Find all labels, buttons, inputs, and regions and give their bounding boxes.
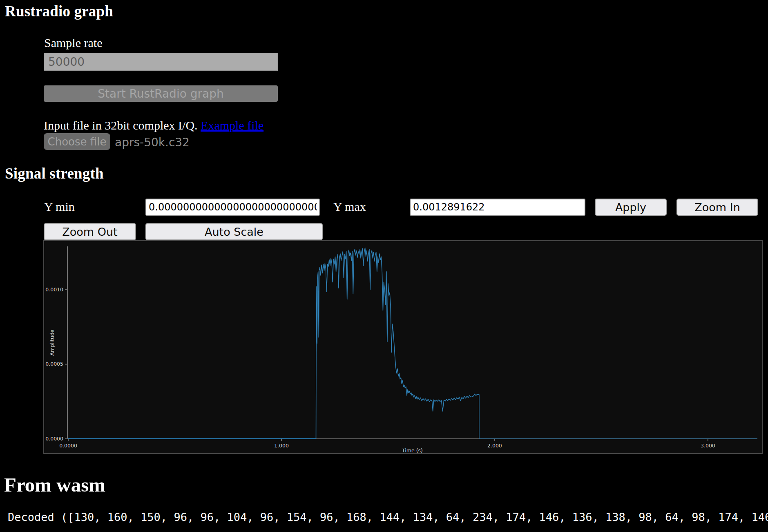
sample-rate-input[interactable] <box>44 53 278 71</box>
decoded-output: Decoded ([130, 160, 150, 96, 96, 104, 96… <box>8 511 768 523</box>
svg-text:2.000: 2.000 <box>487 443 502 449</box>
input-file-line: Input file in 32bit complex I/Q. Example… <box>44 118 263 132</box>
choose-file-button[interactable]: Choose file <box>44 133 110 150</box>
start-graph-button[interactable]: Start RustRadio graph <box>44 85 278 102</box>
y-max-label: Y max <box>333 200 366 214</box>
svg-text:0.0000: 0.0000 <box>45 436 63 442</box>
signal-chart: 0.00000.00050.00100.00001.0002.0003.000A… <box>44 241 762 453</box>
y-min-input[interactable] <box>145 199 320 216</box>
sample-rate-label: Sample rate <box>44 36 102 50</box>
y-min-label: Y min <box>44 200 75 214</box>
svg-text:Amplitude: Amplitude <box>49 329 55 355</box>
apply-button[interactable]: Apply <box>595 199 667 216</box>
svg-text:0.0010: 0.0010 <box>45 286 63 293</box>
page-title: Rustradio graph <box>5 2 113 20</box>
chosen-file-name: aprs-50k.c32 <box>115 136 190 149</box>
svg-text:0.0005: 0.0005 <box>45 361 63 367</box>
input-file-text: Input file in 32bit complex I/Q. <box>44 118 201 132</box>
svg-text:1.000: 1.000 <box>274 443 289 449</box>
signal-chart-container[interactable]: 0.00000.00050.00100.00001.0002.0003.000A… <box>43 240 763 454</box>
y-max-input[interactable] <box>410 199 585 216</box>
svg-text:Time (s): Time (s) <box>402 447 423 453</box>
zoom-out-button[interactable]: Zoom Out <box>44 223 136 240</box>
auto-scale-button[interactable]: Auto Scale <box>145 223 323 240</box>
signal-strength-heading: Signal strength <box>5 165 104 182</box>
svg-text:3.000: 3.000 <box>701 443 715 449</box>
from-wasm-heading: From wasm <box>4 473 105 496</box>
example-file-link[interactable]: Example file <box>201 118 263 132</box>
page: Rustradio graph Sample rate Start RustRa… <box>0 0 768 532</box>
svg-text:0.0000: 0.0000 <box>59 443 77 449</box>
zoom-in-button[interactable]: Zoom In <box>676 199 758 216</box>
